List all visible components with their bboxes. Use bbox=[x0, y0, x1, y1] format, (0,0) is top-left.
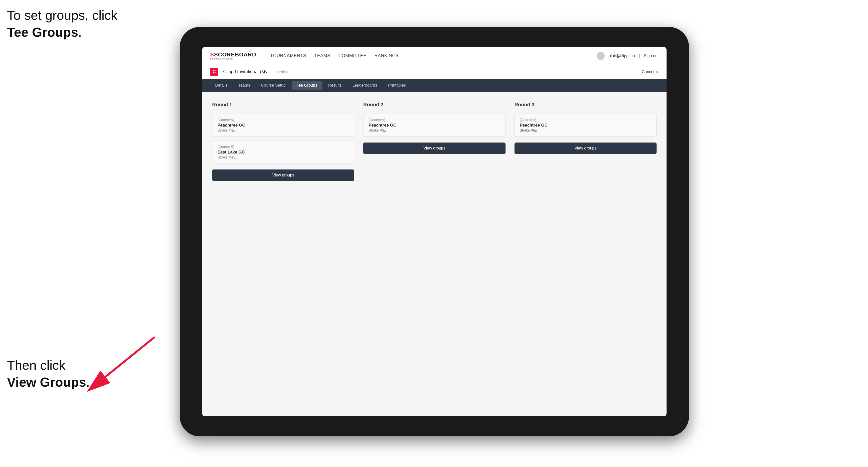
nav-right: blair@clippd.io | Sign out bbox=[597, 52, 658, 60]
round-3-title: Round 3 bbox=[515, 102, 656, 107]
main-content: Round 1 (Course A) Peachtree GC Stroke P… bbox=[202, 92, 666, 416]
round-1-course-a-label: (Course A) bbox=[217, 118, 349, 122]
tab-printables[interactable]: Printables bbox=[383, 81, 411, 90]
logo-text: SSCOREBOARD bbox=[210, 52, 256, 58]
round-1-course-b-label: (Course B) bbox=[217, 145, 349, 149]
tab-course-setup[interactable]: Course Setup bbox=[256, 81, 290, 90]
round-2-course-a-type: Stroke Play bbox=[369, 128, 500, 132]
user-avatar bbox=[597, 52, 604, 60]
round-1-course-a-name: Peachtree GC bbox=[217, 123, 349, 128]
round-1-course-b-name: East Lake GC bbox=[217, 150, 349, 155]
hosting-badge: Hosting bbox=[276, 70, 287, 74]
tournament-name: Clippd Invitational (My... bbox=[223, 69, 271, 74]
round-1-course-a-card: (Course A) Peachtree GC Stroke Play bbox=[212, 114, 354, 136]
round-2-title: Round 2 bbox=[363, 102, 505, 107]
tablet-frame: SSCOREBOARD Powered by clippd TOURNAMENT… bbox=[180, 27, 689, 436]
tab-bar: Details Teams Course Setup Tee Groups Re… bbox=[202, 79, 666, 92]
tab-leaderboards[interactable]: Leaderboards bbox=[347, 81, 382, 90]
logo-area: SSCOREBOARD Powered by clippd bbox=[210, 52, 256, 60]
logo-c-letter: S bbox=[210, 52, 214, 58]
nav-rankings[interactable]: RANKINGS bbox=[374, 52, 399, 59]
instruction-top: To set groups, click Tee Groups. bbox=[7, 7, 117, 41]
round-3-column: Round 3 (Course A) Peachtree GC Stroke P… bbox=[515, 102, 656, 181]
nav-tournaments[interactable]: TOURNAMENTS bbox=[270, 52, 306, 59]
top-nav: SSCOREBOARD Powered by clippd TOURNAMENT… bbox=[202, 47, 666, 65]
logo-sub: Powered by clippd bbox=[210, 57, 256, 60]
round-1-column: Round 1 (Course A) Peachtree GC Stroke P… bbox=[212, 102, 354, 181]
round-3-course-a-name: Peachtree GC bbox=[520, 123, 651, 128]
tab-results[interactable]: Results bbox=[323, 81, 346, 90]
round-1-course-b-card: (Course B) East Lake GC Stroke Play bbox=[212, 141, 354, 163]
user-email: blair@clippd.io bbox=[609, 54, 635, 58]
instruction-line2-bold: Tee Groups bbox=[7, 25, 78, 39]
tournament-logo-letter: C bbox=[213, 69, 216, 74]
tab-tee-groups[interactable]: Tee Groups bbox=[291, 81, 322, 90]
tab-details[interactable]: Details bbox=[210, 81, 232, 90]
tournament-logo: C bbox=[210, 68, 218, 76]
round-2-view-groups-button[interactable]: View groups bbox=[363, 143, 505, 154]
sign-out-link[interactable]: Sign out bbox=[644, 54, 658, 58]
round-1-course-b-type: Stroke Play bbox=[217, 155, 349, 159]
round-2-course-a-label: (Course A) bbox=[369, 118, 500, 122]
cancel-button[interactable]: Cancel ✕ bbox=[642, 69, 658, 74]
round-2-column: Round 2 (Course A) Peachtree GC Stroke P… bbox=[363, 102, 505, 181]
svg-line-3 bbox=[90, 337, 155, 390]
nav-committee[interactable]: COMMITTEE bbox=[338, 52, 367, 59]
round-3-course-a-type: Stroke Play bbox=[520, 128, 651, 132]
round-1-view-groups-button[interactable]: View groups bbox=[212, 169, 354, 181]
round-3-view-groups-button[interactable]: View groups bbox=[515, 143, 656, 154]
round-2-course-a-card: (Course A) Peachtree GC Stroke Play bbox=[363, 114, 505, 136]
sub-nav: C Clippd Invitational (My... Hosting Can… bbox=[202, 65, 666, 79]
instruction-bottom-line1: Then click bbox=[7, 358, 65, 372]
nav-links: TOURNAMENTS TEAMS COMMITTEE RANKINGS bbox=[270, 52, 587, 59]
instruction-line1: To set groups, click bbox=[7, 8, 117, 23]
round-1-course-a-type: Stroke Play bbox=[217, 128, 349, 132]
tab-teams[interactable]: Teams bbox=[234, 81, 255, 90]
round-3-course-a-card: (Course A) Peachtree GC Stroke Play bbox=[515, 114, 656, 136]
round-2-course-a-name: Peachtree GC bbox=[369, 123, 500, 128]
tablet-screen: SSCOREBOARD Powered by clippd TOURNAMENT… bbox=[202, 47, 666, 416]
logo-full: SCOREBOARD bbox=[214, 52, 256, 58]
rounds-container: Round 1 (Course A) Peachtree GC Stroke P… bbox=[212, 102, 656, 181]
round-3-course-a-label: (Course A) bbox=[520, 118, 651, 122]
instruction-period: . bbox=[78, 25, 82, 39]
nav-teams[interactable]: TEAMS bbox=[314, 52, 331, 59]
round-1-title: Round 1 bbox=[212, 102, 354, 107]
